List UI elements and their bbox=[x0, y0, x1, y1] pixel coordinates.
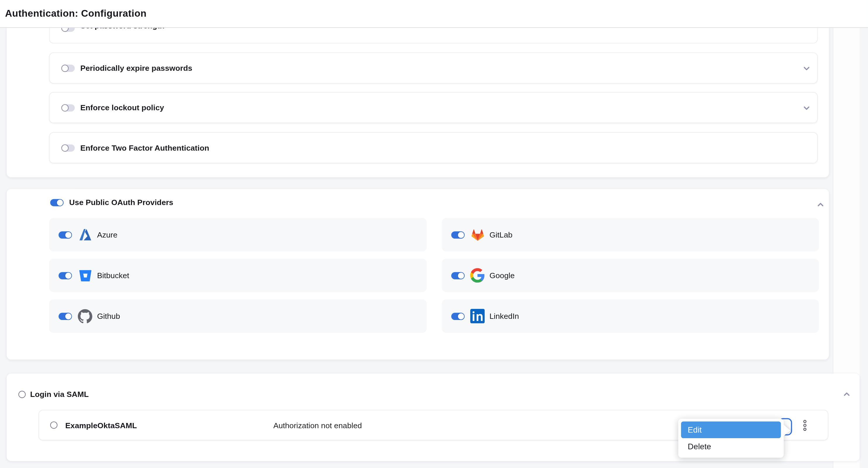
policy-row-label: Periodically expire passwords bbox=[80, 64, 192, 72]
oauth-section-header: Use Public OAuth Providers bbox=[50, 198, 174, 207]
lockout-toggle[interactable] bbox=[62, 104, 75, 111]
google-toggle[interactable] bbox=[451, 272, 464, 279]
menu-item-edit[interactable]: Edit bbox=[681, 422, 781, 438]
saml-section-radio[interactable] bbox=[19, 391, 26, 398]
password-policy-card: Set password strength Periodically expir… bbox=[7, 28, 829, 177]
clipped-policy-label: Set password strength bbox=[80, 28, 248, 32]
bitbucket-icon bbox=[78, 268, 92, 283]
saml-entry-radio[interactable] bbox=[50, 422, 58, 429]
provider-name: LinkedIn bbox=[490, 311, 519, 320]
provider-row-bitbucket: Bitbucket bbox=[49, 259, 426, 292]
policy-row-two-factor[interactable]: Enforce Two Factor Authentication bbox=[49, 132, 818, 164]
provider-name: Google bbox=[490, 271, 515, 280]
google-icon bbox=[470, 268, 485, 283]
clipped-policy-row[interactable]: Set password strength bbox=[49, 28, 818, 43]
expire-passwords-toggle[interactable] bbox=[62, 64, 75, 72]
page-title: Authentication: Configuration bbox=[5, 8, 147, 20]
provider-name: Bitbucket bbox=[97, 271, 129, 280]
context-menu: Edit Delete bbox=[678, 419, 784, 458]
policy-row-label: Enforce Two Factor Authentication bbox=[80, 143, 209, 152]
github-toggle[interactable] bbox=[59, 312, 71, 320]
provider-name: Azure bbox=[97, 230, 118, 239]
provider-name: Github bbox=[97, 311, 120, 320]
chevron-up-icon[interactable] bbox=[843, 390, 851, 398]
provider-row-linkedin: LinkedIn bbox=[442, 300, 819, 333]
kebab-menu-icon[interactable] bbox=[802, 419, 809, 433]
azure-icon bbox=[78, 227, 92, 242]
policy-row-label: Enforce lockout policy bbox=[80, 103, 164, 112]
auth-configuration-page: Set password strength Periodically expir… bbox=[0, 0, 868, 468]
oauth-providers-card: Use Public OAuth Providers Azure bbox=[7, 189, 829, 360]
page-header: Authentication: Configuration bbox=[0, 0, 868, 28]
provider-row-gitlab: GitLab bbox=[442, 218, 819, 251]
oauth-section-title: Use Public OAuth Providers bbox=[69, 198, 173, 207]
gitlab-icon bbox=[470, 227, 485, 242]
context-menu-tail bbox=[784, 425, 790, 436]
policy-row-lockout[interactable]: Enforce lockout policy bbox=[49, 92, 818, 123]
github-icon bbox=[78, 309, 92, 324]
saml-section-title: Login via SAML bbox=[30, 390, 89, 398]
saml-card: Login via SAML ExampleOktaSAML Authoriza… bbox=[7, 373, 860, 461]
provider-row-google: Google bbox=[442, 259, 819, 292]
provider-grid: Azure GitLab bbox=[49, 218, 819, 333]
linkedin-toggle[interactable] bbox=[451, 312, 464, 320]
policy-row-expire-passwords[interactable]: Periodically expire passwords bbox=[49, 53, 818, 83]
menu-item-delete[interactable]: Delete bbox=[681, 438, 781, 455]
oauth-master-toggle[interactable] bbox=[50, 199, 63, 206]
provider-row-azure: Azure bbox=[49, 218, 426, 251]
bitbucket-toggle[interactable] bbox=[59, 272, 71, 279]
chevron-down-icon[interactable] bbox=[803, 65, 811, 72]
provider-name: GitLab bbox=[490, 230, 513, 239]
linkedin-icon bbox=[470, 309, 485, 324]
saml-entry-name: ExampleOktaSAML bbox=[65, 421, 137, 429]
provider-row-github: Github bbox=[49, 300, 426, 333]
chevron-down-icon[interactable] bbox=[803, 104, 811, 112]
two-factor-toggle[interactable] bbox=[62, 144, 75, 152]
azure-toggle[interactable] bbox=[59, 231, 71, 238]
saml-entry-status: Authorization not enabled bbox=[273, 421, 362, 429]
gitlab-toggle[interactable] bbox=[451, 231, 464, 238]
chevron-up-icon[interactable] bbox=[816, 201, 825, 208]
saml-section-header: Login via SAML bbox=[19, 390, 89, 398]
